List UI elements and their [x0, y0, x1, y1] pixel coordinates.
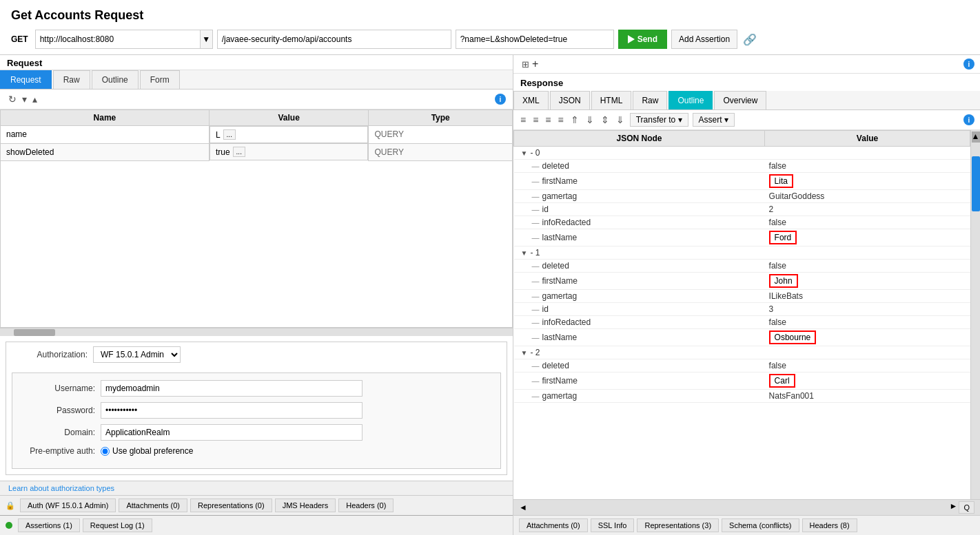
- plus-icon[interactable]: +: [532, 58, 538, 70]
- assertion-dot: [6, 522, 12, 529]
- val-2-gamertag: NatsFan001: [769, 391, 814, 401]
- align-center-icon[interactable]: ≡: [531, 113, 540, 127]
- json-node-col-header: JSON Node: [514, 131, 765, 147]
- node-2[interactable]: ▼ - 2: [514, 346, 765, 359]
- scroll-left-arrow[interactable]: ◄: [519, 503, 527, 512]
- table-row: ▼ - 0: [514, 147, 970, 160]
- node-1-id: —id: [514, 303, 765, 316]
- sort-both-icon[interactable]: ⇕: [600, 113, 611, 127]
- add-assertion-button[interactable]: Add Assertion: [671, 30, 737, 49]
- val-1-deleted: false: [769, 261, 786, 271]
- param-value-1[interactable]: true ...: [210, 143, 369, 160]
- url-path-input[interactable]: [217, 30, 451, 49]
- url-query-input[interactable]: [456, 30, 614, 49]
- tab-request[interactable]: Request: [0, 70, 52, 89]
- tab-raw[interactable]: Raw: [633, 91, 667, 109]
- jms-headers-bottom-tab[interactable]: JMS Headers: [275, 499, 336, 512]
- node-1-firstname: —firstName: [514, 273, 765, 290]
- representations-bottom-tab[interactable]: Representations (0): [190, 499, 272, 512]
- scroll-thumb[interactable]: [972, 156, 980, 211]
- url-base-input[interactable]: [35, 30, 201, 49]
- corner-button[interactable]: Q: [959, 501, 974, 514]
- request-log-tab[interactable]: Request Log (1): [83, 518, 152, 532]
- link-icon[interactable]: 🔗: [743, 33, 757, 46]
- request-tabs: Request Raw Outline Form: [0, 70, 513, 90]
- ssl-info-tab[interactable]: SSL Info: [591, 518, 635, 532]
- assert-button[interactable]: Assert ▾: [693, 113, 735, 127]
- sort-up-icon[interactable]: ⇑: [569, 113, 580, 127]
- tab-raw[interactable]: Raw: [53, 70, 90, 89]
- response-headers-tab[interactable]: Headers (8): [802, 518, 857, 532]
- val-1-id: 3: [769, 304, 774, 314]
- info-icon[interactable]: i: [495, 94, 506, 105]
- preemptive-radio-label: Use global preference: [101, 446, 193, 456]
- val-0-inforedacted: false: [769, 218, 786, 227]
- grid-icon[interactable]: ⊞: [522, 59, 529, 70]
- domain-input[interactable]: [101, 424, 363, 441]
- learn-link[interactable]: Learn about authorization types: [6, 483, 117, 494]
- ellipsis-button-0[interactable]: ...: [223, 129, 236, 140]
- table-row: —gamertag NatsFan001: [514, 390, 970, 403]
- play-icon: [628, 35, 635, 43]
- schema-conflicts-tab[interactable]: Schema (conflicts): [722, 518, 799, 532]
- node-0-gamertag: —gamertag: [514, 190, 765, 203]
- sort-icon[interactable]: ⇓: [615, 113, 626, 127]
- vertical-scrollbar[interactable]: ▲: [970, 130, 980, 499]
- auth-bottom-tab[interactable]: Auth (WF 15.0.1 Admin): [20, 499, 116, 512]
- down-button[interactable]: ▾: [21, 92, 28, 106]
- right-info-icon[interactable]: i: [963, 59, 974, 70]
- url-dropdown-button[interactable]: ▼: [201, 30, 213, 49]
- tab-outline[interactable]: Outline: [668, 91, 713, 109]
- ellipsis-button-1[interactable]: ...: [233, 147, 245, 157]
- preemptive-option: Use global preference: [112, 446, 193, 456]
- node-1-lastname: —lastName: [514, 329, 765, 346]
- attachments-bottom-tab[interactable]: Attachments (0): [119, 499, 187, 512]
- node-1[interactable]: ▼ - 1: [514, 246, 765, 260]
- representations-tab[interactable]: Representations (3): [637, 518, 719, 532]
- tab-outline[interactable]: Outline: [92, 70, 139, 89]
- table-row: —lastName Osbourne: [514, 329, 970, 346]
- headers-bottom-tab[interactable]: Headers (0): [338, 499, 394, 512]
- expand-arrow-2[interactable]: ▼: [521, 349, 528, 357]
- val-1-firstname: John: [769, 274, 798, 288]
- auth-select[interactable]: WF 15.0.1 Admin: [93, 346, 181, 363]
- up-button[interactable]: ▴: [31, 92, 39, 106]
- scroll-up-arrow[interactable]: ▲: [972, 132, 980, 143]
- preemptive-radio[interactable]: [101, 447, 110, 456]
- transfer-to-button[interactable]: Transfer to ▾: [630, 113, 688, 127]
- sort-down-icon[interactable]: ⇓: [584, 113, 595, 127]
- node-val-0: [765, 147, 970, 160]
- password-label: Password:: [19, 406, 95, 415]
- password-input[interactable]: [101, 402, 363, 419]
- node-0[interactable]: ▼ - 0: [514, 147, 765, 160]
- response-attachments-tab[interactable]: Attachments (0): [519, 518, 588, 532]
- param-type-1: QUERY: [369, 143, 513, 160]
- refresh-button[interactable]: ↻: [7, 92, 18, 106]
- col-type: Type: [369, 110, 513, 126]
- tab-xml[interactable]: XML: [513, 91, 549, 109]
- table-row: —lastName Ford: [514, 229, 970, 246]
- table-row: —firstName Lita: [514, 173, 970, 190]
- preemptive-label: Pre-emptive auth:: [19, 446, 95, 456]
- expand-arrow-1[interactable]: ▼: [521, 249, 528, 257]
- tab-form[interactable]: Form: [140, 70, 180, 89]
- tab-json[interactable]: JSON: [550, 91, 590, 109]
- scroll-right-arrow[interactable]: ►: [950, 501, 958, 514]
- align-left-icon[interactable]: ≡: [519, 113, 527, 127]
- align-right-icon[interactable]: ≡: [544, 113, 552, 127]
- tab-overview[interactable]: Overview: [714, 91, 766, 109]
- assertions-tab[interactable]: Assertions (1): [18, 518, 80, 532]
- outline-info-icon[interactable]: i: [963, 114, 974, 125]
- username-input[interactable]: [101, 380, 363, 397]
- param-value-0[interactable]: L ...: [210, 126, 369, 143]
- send-button[interactable]: Send: [618, 30, 667, 49]
- node-0-deleted: —deleted: [514, 160, 765, 173]
- param-name-0: name: [1, 126, 210, 144]
- username-label: Username:: [19, 384, 95, 393]
- val-0-lastname: Ford: [769, 231, 797, 244]
- node-key-1: - 1: [530, 248, 540, 258]
- align-justify-icon[interactable]: ≡: [557, 113, 565, 127]
- table-row: —id 3: [514, 303, 970, 316]
- expand-arrow-0[interactable]: ▼: [521, 149, 528, 157]
- tab-html[interactable]: HTML: [591, 91, 632, 109]
